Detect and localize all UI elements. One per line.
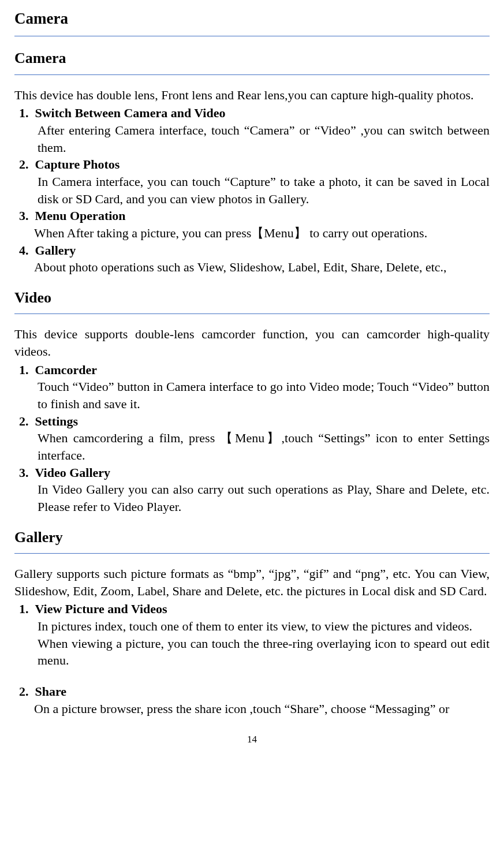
item-body: In Camera interface, you can touch “Capt… <box>14 173 490 207</box>
page-number: 14 <box>14 733 490 747</box>
item-body: About photo operations such as View, Sli… <box>14 259 490 276</box>
gallery-intro: Gallery supports such picture formats as… <box>14 565 490 599</box>
item-body: After entering Camera interface, touch “… <box>14 122 490 156</box>
list-item: 3. Video Gallery In Video Gallery you ca… <box>14 464 490 516</box>
list-item: 1. View Picture and Videos In pictures i… <box>14 600 490 669</box>
item-title: View Picture and Videos <box>35 602 167 616</box>
list-item: 2. Settings When camcordering a film, pr… <box>14 413 490 464</box>
item-body: In Video Gallery you can also carry out … <box>14 481 490 515</box>
camera-divider <box>14 74 490 75</box>
list-item: 4. Gallery About photo operations such a… <box>14 242 490 276</box>
camera-list: 1. Switch Between Camera and Video After… <box>14 104 490 276</box>
item-body: When viewing a picture, you can touch th… <box>14 635 490 669</box>
item-number: 1. <box>19 104 32 122</box>
camera-heading: Camera <box>14 48 490 68</box>
video-list: 1. Camcorder Touch “Video” button in Cam… <box>14 361 490 516</box>
gallery-section: Gallery Gallery supports such picture fo… <box>14 527 490 718</box>
item-title: Gallery <box>35 243 76 257</box>
page-title: Camera <box>14 8 490 29</box>
list-item: 2. Capture Photos In Camera interface, y… <box>14 156 490 207</box>
item-title: Switch Between Camera and Video <box>35 106 226 120</box>
list-item: 2. Share On a picture browser, press the… <box>14 683 490 717</box>
video-section: Video This device supports double-lens c… <box>14 288 490 516</box>
item-title: Share <box>35 684 67 699</box>
item-number: 3. <box>19 207 32 225</box>
gallery-divider <box>14 553 490 554</box>
item-title: Menu Operation <box>35 208 126 223</box>
video-divider <box>14 313 490 314</box>
item-title: Video Gallery <box>35 465 111 480</box>
item-number: 4. <box>19 242 32 259</box>
gallery-heading: Gallery <box>14 527 490 547</box>
item-body: When After taking a picture, you can pre… <box>14 225 490 242</box>
item-number: 1. <box>19 600 32 618</box>
list-item: 3. Menu Operation When After taking a pi… <box>14 207 490 241</box>
video-heading: Video <box>14 288 490 308</box>
item-number: 1. <box>19 361 32 379</box>
title-divider <box>14 36 490 36</box>
item-number: 3. <box>19 464 32 482</box>
item-title: Camcorder <box>35 363 98 377</box>
list-item: 1. Switch Between Camera and Video After… <box>14 104 490 156</box>
gallery-list: 1. View Picture and Videos In pictures i… <box>14 600 490 717</box>
video-intro: This device supports double-lens camcord… <box>14 326 490 360</box>
item-body: In pictures index, touch one of them to … <box>14 618 490 635</box>
item-body: Touch “Video” button in Camera interface… <box>14 378 490 412</box>
item-number: 2. <box>19 156 32 173</box>
item-body: When camcordering a film, press 【Menu】,t… <box>14 430 490 464</box>
item-title: Capture Photos <box>35 157 120 171</box>
item-title: Settings <box>35 414 79 428</box>
item-number: 2. <box>19 413 32 430</box>
item-body: On a picture browser, press the share ic… <box>14 700 490 718</box>
camera-intro: This device has double lens, Front lens … <box>14 87 490 104</box>
camera-section: Camera This device has double lens, Fron… <box>14 48 490 276</box>
list-item: 1. Camcorder Touch “Video” button in Cam… <box>14 361 490 413</box>
item-number: 2. <box>19 683 32 700</box>
